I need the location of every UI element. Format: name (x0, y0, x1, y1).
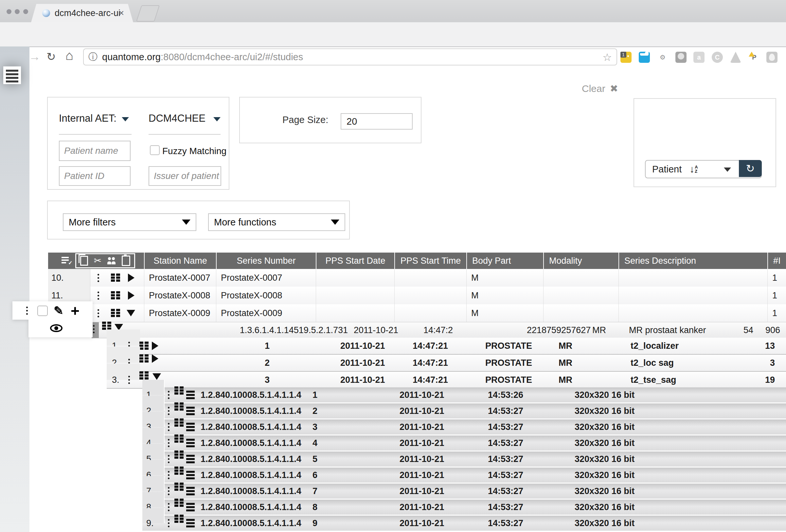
instance-row[interactable]: 2. 1.2.840.10008.5.1.4.1.1.4 2 2011-10-2… (142, 403, 786, 418)
select-checkbox[interactable] (37, 306, 48, 316)
attributes-grid-icon[interactable] (175, 515, 184, 523)
list-icon[interactable] (186, 455, 195, 463)
list-icon[interactable] (186, 471, 195, 479)
copy-icon[interactable] (80, 256, 88, 266)
attributes-grid-icon[interactable] (175, 467, 184, 475)
column-header-pps-start-time[interactable]: PPS Start Time (394, 253, 466, 269)
browser-tab[interactable]: dcm4chee-arc-ui × (31, 4, 133, 22)
instance-row[interactable]: 3. 1.2.840.10008.5.1.4.1.1.4 3 2011-10-2… (142, 419, 786, 435)
chevron-down-icon[interactable] (213, 117, 221, 121)
column-header-station-name[interactable]: Station Name (144, 253, 216, 269)
study-row[interactable]: 1.3.6.1.4.1.14519.5.2.1.731 2011-10-21 1… (92, 322, 786, 338)
pocket-extension-icon[interactable] (639, 52, 650, 63)
new-tab-button[interactable] (136, 5, 160, 22)
collapse-down-icon[interactable] (126, 310, 135, 316)
list-icon[interactable] (186, 503, 195, 511)
kebab-menu-icon[interactable] (97, 295, 99, 296)
instance-row[interactable]: 9. 1.2.840.10008.5.1.4.1.1.4 9 2011-10-2… (142, 516, 786, 531)
instance-row[interactable]: 5. 1.2.840.10008.5.1.4.1.1.4 5 2011-10-2… (142, 452, 786, 467)
patient-id-input[interactable]: Patient ID (59, 166, 131, 186)
cut-scissors-icon[interactable]: ✂ (94, 256, 101, 265)
home-icon[interactable]: ⌂ (66, 49, 73, 62)
more-filters-select[interactable]: More filters (63, 213, 196, 231)
attributes-grid-icon[interactable] (102, 322, 112, 330)
patient-name-input[interactable]: Patient name (59, 141, 131, 161)
attributes-grid-icon[interactable] (139, 342, 149, 350)
window-close-button[interactable] (6, 9, 11, 14)
select-list-icon[interactable]: ✓ (62, 257, 71, 265)
fuzzy-matching-checkbox[interactable] (150, 145, 160, 155)
kebab-menu-icon[interactable] (168, 394, 169, 396)
column-header-series-description[interactable]: Series Description (619, 253, 767, 269)
attributes-grid-icon[interactable] (175, 402, 184, 411)
address-bar[interactable]: ⓘ quantome.org :8080/dcm4chee-arc/ui2/#/… (83, 48, 617, 65)
attributes-grid-icon[interactable] (175, 483, 184, 491)
patients-icon[interactable] (107, 257, 116, 264)
expand-right-icon[interactable] (128, 274, 135, 282)
page-size-input[interactable]: 20 (341, 113, 413, 130)
kebab-menu-icon[interactable] (93, 328, 95, 330)
window-zoom-button[interactable] (23, 9, 28, 14)
view-eye-icon[interactable] (50, 324, 63, 332)
kebab-menu-icon[interactable] (97, 277, 99, 279)
column-header-num-instances[interactable]: #I (767, 253, 786, 269)
patient-row[interactable]: 10. ProstateX-0007 ProstateX-0007 M 1 (48, 269, 786, 287)
instance-row[interactable]: 8. 1.2.840.10008.5.1.4.1.1.4 8 2011-10-2… (142, 500, 786, 515)
refresh-button[interactable]: ↻ (739, 160, 762, 177)
kebab-menu-icon[interactable] (168, 475, 169, 476)
attributes-grid-icon[interactable] (175, 418, 184, 427)
clear-filters-button[interactable]: Clear ✖ (582, 83, 618, 94)
attributes-grid-icon[interactable] (111, 309, 121, 317)
list-icon[interactable] (186, 439, 195, 447)
patient-row[interactable]: 11. ProstateX-0008 ProstateX-0008 M 1 (48, 286, 786, 305)
attributes-grid-icon[interactable] (139, 354, 149, 363)
list-icon[interactable] (186, 391, 195, 399)
kebab-menu-icon[interactable] (168, 442, 169, 444)
blob-extension-icon[interactable] (766, 52, 778, 63)
tab-close-icon[interactable]: × (119, 8, 124, 18)
instance-row[interactable]: 4. 1.2.840.10008.5.1.4.1.1.4 4 2011-10-2… (142, 436, 786, 450)
list-icon[interactable] (186, 519, 195, 527)
list-icon[interactable] (186, 487, 195, 495)
chevron-down-icon[interactable] (724, 167, 731, 172)
kebab-menu-icon[interactable] (168, 507, 169, 508)
expand-right-icon[interactable] (152, 342, 158, 350)
aet-select-value[interactable]: DCM4CHEE (148, 113, 206, 124)
expand-right-icon[interactable] (128, 291, 135, 300)
attributes-grid-icon[interactable] (139, 371, 149, 380)
collapse-down-icon[interactable] (153, 373, 161, 380)
instance-row[interactable]: 7. 1.2.840.10008.5.1.4.1.1.4 7 2011-10-2… (142, 484, 786, 499)
column-header-series-number[interactable]: Series Number (216, 253, 316, 269)
avatar-extension-icon[interactable] (675, 52, 687, 63)
kebab-menu-icon[interactable] (26, 310, 28, 311)
expand-right-icon[interactable] (152, 354, 158, 363)
password-manager-extension-icon[interactable]: 1 (620, 52, 631, 63)
attributes-grid-icon[interactable] (175, 387, 184, 395)
kebab-menu-icon[interactable] (168, 458, 169, 460)
kebab-menu-icon[interactable] (168, 490, 169, 492)
attributes-grid-icon[interactable] (175, 435, 184, 443)
chevron-down-icon[interactable] (122, 117, 129, 121)
drive-extension-icon[interactable] (730, 52, 741, 63)
attributes-grid-icon[interactable] (111, 291, 121, 300)
attributes-grid-icon[interactable] (175, 499, 184, 507)
order-by-select[interactable]: Patient ↓ AZ ↻ (645, 160, 762, 178)
kebab-menu-icon[interactable] (168, 426, 169, 428)
more-functions-select[interactable]: More functions (208, 213, 345, 231)
series-row[interactable]: 1. 1 2011-10-21 14:47:21 PROSTATE MR t2_… (107, 338, 786, 355)
c-extension-icon[interactable]: C (712, 52, 723, 63)
kebab-menu-icon[interactable] (97, 313, 99, 314)
menu-hamburger-button[interactable] (3, 66, 21, 84)
p-warning-extension-icon[interactable]: P (749, 52, 760, 63)
attributes-grid-icon[interactable] (175, 450, 184, 459)
edit-pencil-icon[interactable]: ✎ (54, 304, 64, 318)
list-icon[interactable] (186, 423, 195, 431)
patient-row-expanded[interactable]: ProstateX-0009 ProstateX-0009 M 1 (48, 304, 786, 323)
list-icon[interactable] (186, 407, 195, 415)
page-info-icon[interactable]: ⓘ (88, 51, 97, 63)
attributes-grid-icon[interactable] (111, 274, 121, 282)
reload-icon[interactable]: ↻ (46, 50, 56, 63)
add-plus-icon[interactable]: + (71, 302, 79, 320)
instance-row[interactable]: 6. 1.2.840.10008.5.1.4.1.1.4 6 2011-10-2… (142, 467, 786, 483)
column-header-pps-start-date[interactable]: PPS Start Date (316, 253, 394, 269)
